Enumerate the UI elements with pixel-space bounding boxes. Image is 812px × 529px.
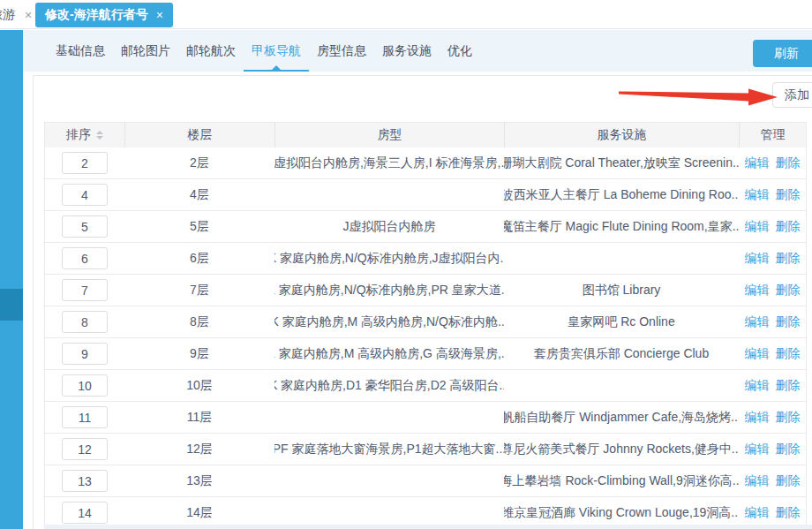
sort-cell: [45, 147, 124, 178]
sort-carets-icon[interactable]: [96, 131, 103, 140]
delete-link[interactable]: 删除: [776, 346, 801, 362]
delete-link[interactable]: 删除: [776, 251, 801, 267]
manage-cell: 编辑 删除: [739, 147, 806, 178]
sort-input[interactable]: [62, 152, 108, 174]
detail-tab-bar: 基础信息 邮轮图片 邮轮航次 甲板导航 房型信息 服务设施 优化: [23, 30, 812, 72]
room-type-cell: [274, 465, 504, 496]
table-row: 9层 K 家庭内舱房,M 高级内舱房,G 高级海景房,... 套房贵宾俱乐部 C…: [45, 338, 806, 370]
column-header-manage: 管理: [739, 123, 806, 147]
edit-link[interactable]: 编辑: [745, 378, 770, 394]
edit-link[interactable]: 编辑: [745, 410, 770, 426]
delete-link[interactable]: 删除: [776, 219, 801, 235]
close-icon[interactable]: ×: [25, 8, 32, 22]
manage-cell: 编辑 删除: [739, 497, 806, 528]
sidebar-active-item-block[interactable]: [0, 289, 23, 321]
floor-cell: 14层: [124, 497, 274, 528]
delete-link[interactable]: 删除: [776, 283, 801, 299]
column-header-sort[interactable]: 排序: [45, 123, 124, 147]
delete-link[interactable]: 删除: [776, 410, 801, 426]
table-row: 8层 K 家庭内舱房,M 高级内舱房,N/Q标准内舱... 皇家网吧 Rc On…: [45, 306, 806, 338]
floor-cell: 8层: [124, 306, 274, 337]
room-type-cell: [274, 179, 504, 210]
sort-cell: [45, 402, 124, 433]
table-header-row: 排序 楼层 房型 服务设施 管理: [45, 123, 806, 147]
edit-link[interactable]: 编辑: [745, 442, 770, 457]
delete-link[interactable]: 删除: [776, 505, 801, 521]
column-header-floor: 楼层: [124, 123, 274, 147]
sort-input[interactable]: [62, 184, 108, 206]
sort-input[interactable]: [62, 343, 108, 365]
sort-input[interactable]: [62, 374, 108, 397]
sort-input[interactable]: [62, 279, 108, 301]
manage-cell: 编辑 删除: [739, 434, 806, 465]
sort-input[interactable]: [62, 215, 108, 238]
table-bottom-scroll-strip[interactable]: [44, 525, 812, 529]
tab-label: 服务设施: [382, 43, 432, 59]
edit-link[interactable]: 编辑: [745, 473, 770, 489]
column-header-facilities: 服务设施: [504, 123, 739, 147]
edit-link[interactable]: 编辑: [745, 283, 770, 299]
manage-cell: 编辑 删除: [739, 243, 806, 274]
window-tab-active[interactable]: 修改-海洋航行者号 ×: [35, 3, 173, 27]
tab-label: 基础信息: [56, 43, 105, 59]
sidebar-collapsed-strip[interactable]: [0, 30, 23, 529]
window-tab-background[interactable]: 旅游 ×: [0, 7, 32, 23]
sort-input[interactable]: [62, 502, 108, 524]
sort-cell: [45, 370, 124, 401]
edit-link[interactable]: 编辑: [745, 314, 770, 330]
window-tab-bar: 旅游 × 修改-海洋航行者号 ×: [0, 0, 812, 29]
tab-item[interactable]: 甲板导航: [244, 30, 309, 72]
tab-label: 优化: [447, 43, 472, 59]
table-row: 10层 K 家庭内舱房,D1 豪华阳台房,D2 高级阳台... 编辑 删除: [45, 370, 806, 402]
manage-cell: 编辑 删除: [739, 179, 806, 210]
delete-link[interactable]: 删除: [776, 442, 801, 457]
tab-item[interactable]: 服务设施: [374, 30, 440, 72]
close-icon[interactable]: ×: [156, 8, 163, 22]
delete-link[interactable]: 删除: [776, 378, 801, 394]
edit-link[interactable]: 编辑: [745, 505, 770, 521]
manage-cell: 编辑 删除: [739, 465, 806, 496]
tab-item[interactable]: 优化: [440, 30, 480, 72]
tab-item[interactable]: 邮轮图片: [113, 30, 178, 72]
sort-input[interactable]: [62, 406, 108, 428]
sort-cell: [45, 434, 124, 465]
edit-link[interactable]: 编辑: [745, 219, 770, 235]
delete-link[interactable]: 删除: [776, 473, 801, 489]
sort-input[interactable]: [62, 438, 108, 460]
floor-cell: 7层: [124, 275, 274, 306]
floor-cell: 5层: [124, 211, 274, 242]
tab-item[interactable]: 房型信息: [309, 30, 374, 72]
table-row: 2层 J虚拟阳台内舱房,海景三人房,I 标准海景房,... 珊瑚大剧院 Cora…: [45, 147, 806, 179]
sort-input[interactable]: [62, 311, 108, 333]
edit-link[interactable]: 编辑: [745, 187, 770, 203]
table-row: 6层 K 家庭内舱房,N/Q标准内舱房,J虚拟阳台内... 编辑 删除: [45, 243, 806, 275]
sort-asc-icon: [96, 131, 103, 134]
sort-cell: [45, 497, 124, 528]
table-row: 5层 J虚拟阳台内舱房 魔笛主餐厅 Magic Flute Dining Roo…: [45, 211, 806, 243]
window-tab-label: 旅游: [0, 7, 15, 23]
facilities-cell: 珊瑚大剧院 Coral Theater,放映室 Screenin...: [504, 147, 739, 178]
edit-link[interactable]: 编辑: [745, 346, 770, 362]
delete-link[interactable]: 删除: [776, 155, 801, 171]
floor-cell: 4层: [124, 179, 274, 210]
tab-item[interactable]: 基础信息: [48, 30, 113, 72]
floor-cell: 11层: [124, 402, 274, 433]
edit-link[interactable]: 编辑: [745, 155, 770, 171]
room-type-cell: [274, 402, 504, 433]
red-annotation-arrow: [616, 82, 779, 110]
refresh-button[interactable]: 刷新: [753, 40, 812, 67]
facilities-cell: [504, 243, 739, 274]
edit-link[interactable]: 编辑: [745, 251, 770, 267]
tab-item[interactable]: 邮轮航次: [178, 30, 244, 72]
room-type-cell: K 家庭内舱房,N/Q标准内舱房,J虚拟阳台内...: [274, 243, 504, 274]
room-type-cell: K 家庭内舱房,D1 豪华阳台房,D2 高级阳台...: [274, 370, 504, 401]
sort-input[interactable]: [62, 470, 108, 492]
delete-link[interactable]: 删除: [776, 187, 801, 203]
table-row: 12层 PF 家庭落地大窗海景房,P1超大落地大窗... 尊尼火箭美式餐厅 Jo…: [45, 434, 806, 465]
sort-input[interactable]: [62, 247, 108, 269]
sort-cell: [45, 275, 124, 306]
room-type-cell: [274, 497, 504, 528]
table-row: 4层 波西米亚人主餐厅 La Boheme Dining Roo... 编辑 删…: [45, 179, 806, 211]
table-row: 13层 海上攀岩墙 Rock-Climbing Wall,9洞迷你高... 编辑…: [45, 465, 806, 497]
delete-link[interactable]: 删除: [776, 314, 801, 330]
